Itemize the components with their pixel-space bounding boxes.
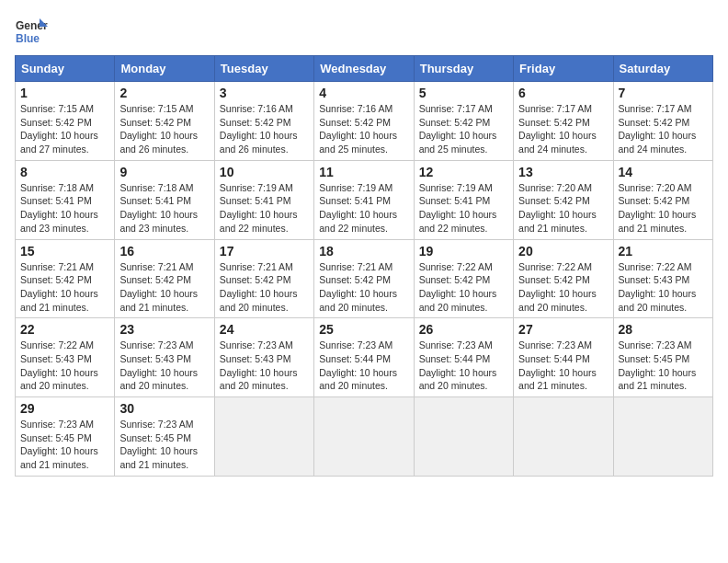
header-row: SundayMondayTuesdayWednesdayThursdayFrid… — [16, 56, 713, 82]
col-header-thursday: Thursday — [414, 56, 513, 82]
day-number: 12 — [419, 165, 508, 179]
day-info: Sunrise: 7:19 AMSunset: 5:41 PMDaylight:… — [220, 181, 309, 236]
day-number: 27 — [518, 322, 608, 337]
week-row-2: 15Sunrise: 7:21 AMSunset: 5:42 PMDayligh… — [16, 239, 713, 318]
day-number: 1 — [20, 86, 109, 100]
day-cell: 20Sunrise: 7:22 AMSunset: 5:42 PMDayligh… — [514, 239, 613, 318]
week-row-4: 29Sunrise: 7:23 AMSunset: 5:45 PMDayligh… — [16, 397, 713, 477]
day-info: Sunrise: 7:23 AMSunset: 5:45 PMDaylight:… — [20, 418, 109, 472]
day-info: Sunrise: 7:22 AMSunset: 5:43 PMDaylight:… — [619, 260, 708, 315]
day-info: Sunrise: 7:20 AMSunset: 5:42 PMDaylight:… — [518, 181, 608, 236]
day-info: Sunrise: 7:23 AMSunset: 5:45 PMDaylight:… — [119, 418, 209, 472]
day-number: 15 — [20, 244, 109, 259]
day-number: 22 — [20, 322, 109, 337]
col-header-saturday: Saturday — [613, 56, 712, 82]
day-number: 14 — [619, 165, 708, 179]
day-number: 28 — [619, 322, 708, 337]
day-cell — [414, 397, 513, 477]
day-cell: 14Sunrise: 7:20 AMSunset: 5:42 PMDayligh… — [613, 160, 712, 239]
day-cell: 8Sunrise: 7:18 AMSunset: 5:41 PMDaylight… — [16, 160, 115, 239]
day-cell — [214, 397, 313, 477]
day-info: Sunrise: 7:23 AMSunset: 5:43 PMDaylight:… — [220, 339, 309, 393]
day-info: Sunrise: 7:23 AMSunset: 5:43 PMDaylight:… — [119, 339, 209, 393]
day-info: Sunrise: 7:22 AMSunset: 5:43 PMDaylight:… — [20, 339, 109, 393]
day-cell: 19Sunrise: 7:22 AMSunset: 5:42 PMDayligh… — [414, 239, 513, 318]
day-number: 23 — [119, 322, 209, 337]
day-number: 18 — [319, 244, 408, 259]
day-info: Sunrise: 7:16 AMSunset: 5:42 PMDaylight:… — [220, 102, 309, 156]
day-number: 16 — [119, 244, 209, 259]
day-number: 8 — [20, 165, 109, 179]
day-info: Sunrise: 7:22 AMSunset: 5:42 PMDaylight:… — [518, 260, 608, 315]
day-number: 9 — [119, 165, 209, 179]
day-cell: 9Sunrise: 7:18 AMSunset: 5:41 PMDaylight… — [115, 160, 214, 239]
day-info: Sunrise: 7:21 AMSunset: 5:42 PMDaylight:… — [220, 260, 309, 315]
day-cell: 10Sunrise: 7:19 AMSunset: 5:41 PMDayligh… — [214, 160, 313, 239]
col-header-wednesday: Wednesday — [314, 56, 414, 82]
day-cell: 30Sunrise: 7:23 AMSunset: 5:45 PMDayligh… — [115, 397, 214, 477]
day-cell: 29Sunrise: 7:23 AMSunset: 5:45 PMDayligh… — [16, 397, 115, 477]
day-number: 6 — [518, 86, 608, 100]
day-info: Sunrise: 7:22 AMSunset: 5:42 PMDaylight:… — [419, 260, 508, 315]
col-header-sunday: Sunday — [16, 56, 115, 82]
day-cell: 27Sunrise: 7:23 AMSunset: 5:44 PMDayligh… — [514, 318, 613, 397]
logo: General Blue — [15, 15, 48, 48]
day-cell: 3Sunrise: 7:16 AMSunset: 5:42 PMDaylight… — [214, 82, 313, 161]
day-cell: 21Sunrise: 7:22 AMSunset: 5:43 PMDayligh… — [613, 239, 712, 318]
day-number: 2 — [119, 86, 209, 100]
day-cell: 23Sunrise: 7:23 AMSunset: 5:43 PMDayligh… — [115, 318, 214, 397]
day-number: 3 — [220, 86, 309, 100]
day-number: 25 — [319, 322, 408, 337]
logo-graphic: General Blue — [15, 15, 48, 48]
day-cell: 2Sunrise: 7:15 AMSunset: 5:42 PMDaylight… — [115, 82, 214, 161]
day-number: 10 — [220, 165, 309, 179]
day-info: Sunrise: 7:21 AMSunset: 5:42 PMDaylight:… — [319, 260, 408, 315]
day-number: 13 — [518, 165, 608, 179]
day-info: Sunrise: 7:21 AMSunset: 5:42 PMDaylight:… — [119, 260, 209, 315]
day-cell — [314, 397, 414, 477]
day-number: 29 — [20, 401, 109, 416]
day-number: 20 — [518, 244, 608, 259]
day-info: Sunrise: 7:16 AMSunset: 5:42 PMDaylight:… — [319, 102, 408, 156]
day-info: Sunrise: 7:17 AMSunset: 5:42 PMDaylight:… — [419, 102, 508, 156]
week-row-0: 1Sunrise: 7:15 AMSunset: 5:42 PMDaylight… — [16, 82, 713, 161]
day-cell: 24Sunrise: 7:23 AMSunset: 5:43 PMDayligh… — [214, 318, 313, 397]
day-cell: 12Sunrise: 7:19 AMSunset: 5:41 PMDayligh… — [414, 160, 513, 239]
day-cell: 5Sunrise: 7:17 AMSunset: 5:42 PMDaylight… — [414, 82, 513, 161]
day-info: Sunrise: 7:19 AMSunset: 5:41 PMDaylight:… — [319, 181, 408, 236]
day-cell: 6Sunrise: 7:17 AMSunset: 5:42 PMDaylight… — [514, 82, 613, 161]
day-cell: 1Sunrise: 7:15 AMSunset: 5:42 PMDaylight… — [16, 82, 115, 161]
day-info: Sunrise: 7:23 AMSunset: 5:44 PMDaylight:… — [518, 339, 608, 393]
day-info: Sunrise: 7:21 AMSunset: 5:42 PMDaylight:… — [20, 260, 109, 315]
day-number: 24 — [220, 322, 309, 337]
calendar-table: SundayMondayTuesdayWednesdayThursdayFrid… — [15, 55, 713, 477]
day-info: Sunrise: 7:15 AMSunset: 5:42 PMDaylight:… — [119, 102, 209, 156]
day-info: Sunrise: 7:18 AMSunset: 5:41 PMDaylight:… — [20, 181, 109, 236]
logo-container: General Blue — [15, 15, 48, 48]
day-cell: 7Sunrise: 7:17 AMSunset: 5:42 PMDaylight… — [613, 82, 712, 161]
day-info: Sunrise: 7:20 AMSunset: 5:42 PMDaylight:… — [619, 181, 708, 236]
day-cell — [514, 397, 613, 477]
col-header-tuesday: Tuesday — [214, 56, 313, 82]
day-info: Sunrise: 7:17 AMSunset: 5:42 PMDaylight:… — [518, 102, 608, 156]
header: General Blue — [15, 15, 713, 48]
week-row-1: 8Sunrise: 7:18 AMSunset: 5:41 PMDaylight… — [16, 160, 713, 239]
day-info: Sunrise: 7:19 AMSunset: 5:41 PMDaylight:… — [419, 181, 508, 236]
svg-text:Blue: Blue — [16, 32, 40, 45]
day-cell: 15Sunrise: 7:21 AMSunset: 5:42 PMDayligh… — [16, 239, 115, 318]
day-cell: 28Sunrise: 7:23 AMSunset: 5:45 PMDayligh… — [613, 318, 712, 397]
col-header-friday: Friday — [514, 56, 613, 82]
day-cell: 11Sunrise: 7:19 AMSunset: 5:41 PMDayligh… — [314, 160, 414, 239]
day-number: 30 — [119, 401, 209, 416]
day-cell: 18Sunrise: 7:21 AMSunset: 5:42 PMDayligh… — [314, 239, 414, 318]
day-number: 21 — [619, 244, 708, 259]
day-number: 17 — [220, 244, 309, 259]
day-info: Sunrise: 7:23 AMSunset: 5:45 PMDaylight:… — [619, 339, 708, 393]
day-number: 7 — [619, 86, 708, 100]
day-cell: 17Sunrise: 7:21 AMSunset: 5:42 PMDayligh… — [214, 239, 313, 318]
day-info: Sunrise: 7:18 AMSunset: 5:41 PMDaylight:… — [119, 181, 209, 236]
day-cell: 26Sunrise: 7:23 AMSunset: 5:44 PMDayligh… — [414, 318, 513, 397]
day-number: 26 — [419, 322, 508, 337]
day-cell: 4Sunrise: 7:16 AMSunset: 5:42 PMDaylight… — [314, 82, 414, 161]
week-row-3: 22Sunrise: 7:22 AMSunset: 5:43 PMDayligh… — [16, 318, 713, 397]
